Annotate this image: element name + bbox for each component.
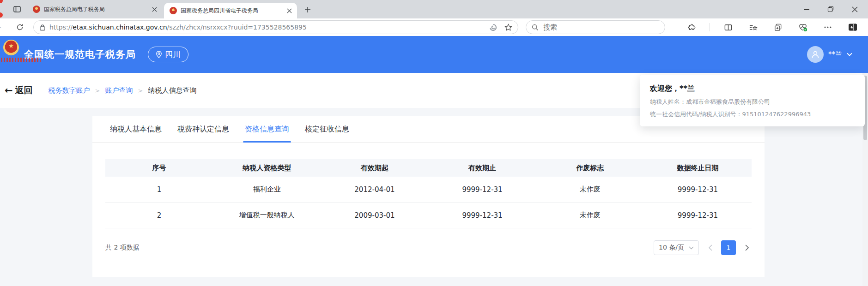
content-card: 纳税人基本信息 税费种认定信息 资格信息查询 核定征收信息 序号 纳税人资格类型… (92, 116, 765, 277)
cell-data-end-date: 9999-12-31 (644, 211, 752, 220)
search-box[interactable]: 搜索 (526, 20, 665, 34)
table-row: 2 增值税一般纳税人 2009-03-01 9999-12-31 未作废 999… (105, 203, 752, 228)
region-label: 四川 (165, 49, 181, 60)
browser-tab-title: 国家税务总局四川省电子税务局 (181, 7, 281, 15)
table-header: 作废标志 (536, 164, 644, 173)
breadcrumb: 税务数字账户 > 账户查询 > 纳税人信息查询 (49, 86, 197, 95)
table-header: 有效期止 (429, 164, 536, 173)
region-selector[interactable]: 四川 (148, 47, 188, 62)
tab-close-icon[interactable] (150, 5, 158, 13)
split-screen-icon[interactable] (721, 20, 735, 34)
logo-caption-marks (1, 58, 41, 62)
tab-tax-type-info[interactable]: 税费种认定信息 (177, 116, 229, 142)
browser-tab-1[interactable]: 国家税务总局电子税务局 (27, 0, 162, 18)
window-controls (800, 2, 868, 16)
address-bar[interactable]: https://etax.sichuan.chinatax.gov.cn/szz… (33, 20, 518, 34)
url-text: https://etax.sichuan.chinatax.gov.cn/szz… (49, 24, 485, 31)
back-label: 返回 (15, 84, 33, 96)
back-icon[interactable]: ← (0, 22, 1, 32)
page-size-select[interactable]: 10 条/页 (654, 240, 699, 255)
tab-actions-button[interactable] (10, 2, 24, 16)
avatar (807, 46, 824, 63)
tab-assessed-collection-info[interactable]: 核定征收信息 (305, 116, 349, 142)
chevron-down-icon (689, 246, 694, 250)
toolbar-divider (710, 23, 710, 31)
breadcrumb-separator: > (95, 87, 100, 94)
prev-page-icon[interactable] (705, 240, 715, 255)
table-header: 序号 (105, 164, 213, 173)
minimize-button[interactable] (800, 2, 813, 16)
breadcrumb-item-2[interactable]: 账户查询 (105, 86, 133, 95)
site-title: 全国统一规范电子税务局 (24, 48, 136, 61)
address-bar-actions (489, 24, 512, 31)
search-icon (532, 24, 539, 31)
next-page-icon[interactable] (742, 240, 752, 255)
credit-code-label: 统一社会信用代码/纳税人识别号： (650, 111, 742, 118)
back-button[interactable]: ← 返回 (5, 84, 33, 96)
tax-bureau-favicon (33, 6, 40, 13)
tab-taxpayer-basic-info[interactable]: 纳税人基本信息 (110, 116, 162, 142)
breadcrumb-separator: > (138, 87, 143, 94)
browser-tab-title: 国家税务总局电子税务局 (44, 6, 146, 13)
table-footer: 共 2 项数据 10 条/页 1 (105, 240, 752, 255)
toolbar-buttons (685, 20, 868, 34)
browser-tab-strip: 国家税务总局电子税务局 国家税务总局四川省电子税务局 (0, 0, 868, 18)
search-placeholder: 搜索 (543, 23, 557, 32)
url-domain: etax.sichuan.chinatax.gov.cn (73, 24, 167, 31)
credit-code-line: 统一社会信用代码/纳税人识别号：915101247622996943 (650, 110, 855, 119)
settings-more-icon[interactable] (821, 20, 835, 34)
taxpayer-name-label: 纳税人姓名： (650, 98, 686, 105)
taxpayer-name-value: 成都市金福猴食品股份有限公司 (686, 98, 770, 105)
site-logo (2, 40, 20, 62)
cell-valid-to: 9999-12-31 (429, 211, 536, 220)
cell-data-end-date: 9999-12-31 (644, 185, 752, 194)
breadcrumb-current: 纳税人信息查询 (148, 86, 196, 95)
pagination: 10 条/页 1 (654, 240, 752, 255)
breadcrumb-item-1[interactable]: 税务数字账户 (49, 86, 90, 95)
favorite-star-icon[interactable] (504, 24, 512, 31)
table-header: 数据终止日期 (644, 164, 752, 173)
close-window-button[interactable] (848, 2, 862, 16)
collections-icon[interactable] (771, 20, 785, 34)
url-scheme: https:// (49, 24, 73, 31)
page-action-swirl-icon[interactable] (489, 24, 497, 31)
table-header: 有效期起 (321, 164, 428, 173)
tax-bureau-favicon (170, 7, 177, 14)
user-welcome-popup: 欢迎您，**兰 纳税人姓名：成都市金福猴食品股份有限公司 统一社会信用代码/纳税… (640, 75, 865, 126)
lock-icon (39, 24, 46, 31)
taxpayer-name-line: 纳税人姓名：成都市金福猴食品股份有限公司 (650, 98, 855, 106)
browser-toolbar: ← https://etax.sichuan.chinatax.gov.cn/s… (0, 18, 868, 36)
tab-close-icon[interactable] (285, 6, 293, 15)
cell-seq: 1 (105, 185, 213, 194)
recording-indicator-dot (0, 0, 3, 3)
cell-void-flag: 未作废 (536, 211, 644, 220)
cell-void-flag: 未作废 (536, 185, 644, 194)
back-arrow-icon: ← (5, 85, 13, 96)
cell-qualification-type: 福利企业 (213, 185, 321, 194)
tab-qualification-info[interactable]: 资格信息查询 (245, 116, 289, 142)
recording-indicator-dot (0, 12, 3, 18)
page-number-1[interactable]: 1 (721, 240, 736, 255)
browser-essentials-icon[interactable] (796, 20, 810, 34)
cell-valid-to: 9999-12-31 (429, 185, 536, 194)
site-header: 全国统一规范电子税务局 四川 **兰 (0, 36, 868, 73)
cell-seq: 2 (105, 211, 213, 220)
tab-layout-icon (13, 5, 21, 13)
user-menu[interactable]: **兰 (807, 46, 852, 63)
location-pin-icon (156, 51, 162, 58)
url-path: /szzh/zhcx/nsrxxcx?ruuid=1735528565895 (167, 24, 307, 31)
table-header-row: 序号 纳税人资格类型 有效期起 有效期止 作废标志 数据终止日期 (105, 159, 752, 177)
page-size-value: 10 条/页 (659, 244, 684, 252)
table-row: 1 福利企业 2012-04-01 9999-12-31 未作废 9999-12… (105, 177, 752, 203)
favorites-bar-icon[interactable] (746, 20, 760, 34)
total-count-text: 共 2 项数据 (105, 244, 140, 252)
restore-button[interactable] (824, 2, 838, 16)
new-tab-button[interactable] (302, 4, 314, 16)
sidebar-toggle-icon[interactable] (846, 20, 860, 34)
refresh-button[interactable] (13, 20, 27, 34)
chevron-down-icon (847, 53, 852, 56)
browser-tab-2-active[interactable]: 国家税务总局四川省电子税务局 (164, 3, 297, 18)
national-emblem-icon (3, 40, 19, 55)
extensions-puzzle-icon[interactable] (685, 20, 698, 34)
welcome-greeting: 欢迎您，**兰 (650, 84, 855, 94)
